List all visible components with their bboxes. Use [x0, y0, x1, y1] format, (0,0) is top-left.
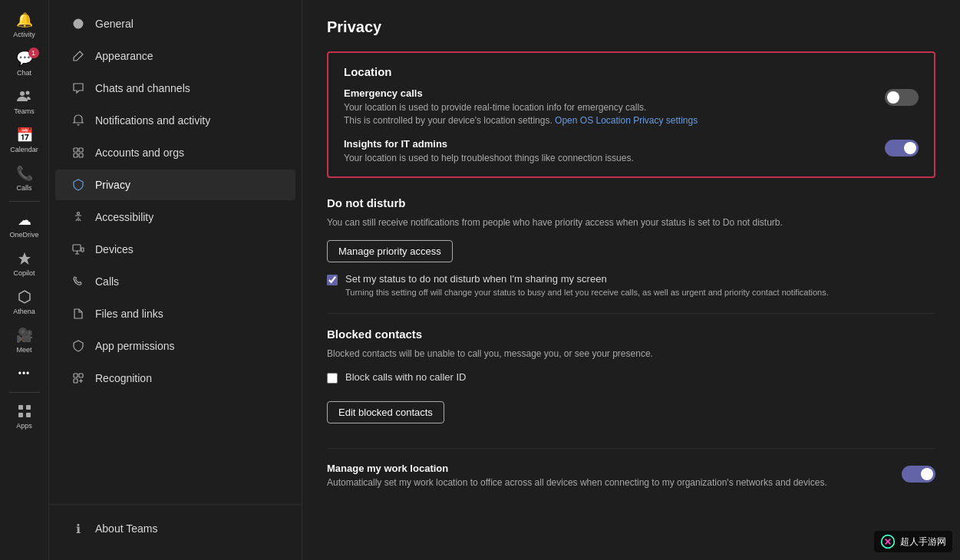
nav-calendar-label: Calendar: [10, 146, 38, 153]
accounts-icon: [71, 145, 86, 160]
emergency-calls-toggle[interactable]: [885, 89, 919, 106]
nav-teams[interactable]: Teams: [4, 83, 45, 120]
svg-rect-5: [18, 413, 23, 417]
emergency-calls-desc: Your location is used to provide real-ti…: [344, 101, 869, 127]
sidebar-item-appearance[interactable]: Appearance: [55, 41, 295, 71]
divider-2: [327, 448, 935, 449]
nav-chat-label: Chat: [17, 69, 31, 77]
blocked-contacts-desc: Blocked contacts will be unable to call …: [327, 347, 935, 361]
nav-apps[interactable]: Apps: [4, 397, 45, 434]
sidebar-item-privacy[interactable]: Privacy: [55, 170, 295, 200]
recognition-icon: [71, 371, 86, 386]
watermark: 超人手游网: [874, 531, 952, 552]
manage-priority-button[interactable]: Manage priority access: [327, 240, 453, 262]
nav-copilot-label: Copilot: [13, 269, 35, 277]
sidebar-files-label: Files and links: [95, 308, 163, 320]
main-content: Privacy Location Emergency calls Your lo…: [302, 0, 960, 560]
accessibility-icon: [71, 209, 86, 225]
dnd-desc: You can still receive notifications from…: [327, 216, 935, 229]
do-not-disturb-section: Do not disturb You can still receive not…: [327, 196, 935, 298]
svg-rect-4: [26, 405, 31, 410]
sidebar-accounts-label: Accounts and orgs: [95, 147, 184, 159]
sidebar-appearance-label: Appearance: [95, 50, 153, 62]
app-permissions-icon: [71, 338, 86, 354]
nav-athena[interactable]: Athena: [4, 283, 45, 320]
edit-blocked-button[interactable]: Edit blocked contacts: [327, 401, 444, 423]
meet-icon: 🎥: [15, 326, 34, 344]
location-section: Location Emergency calls Your location i…: [327, 51, 935, 178]
svg-rect-10: [79, 153, 83, 157]
sidebar-about-label: About Teams: [95, 522, 157, 535]
sidebar-item-accounts[interactable]: Accounts and orgs: [55, 137, 295, 168]
sidebar-item-calls[interactable]: Calls: [55, 266, 295, 297]
blocked-contacts-heading: Blocked contacts: [327, 328, 935, 341]
nav-onedrive-label: OneDrive: [9, 231, 38, 239]
about-icon: ℹ: [71, 521, 86, 536]
work-location-row: Manage my work location Automatically se…: [327, 463, 935, 489]
sidebar-item-files[interactable]: Files and links: [55, 298, 295, 329]
more-icon: •••: [15, 364, 34, 383]
nav-meet[interactable]: 🎥 Meet: [4, 321, 45, 358]
svg-rect-14: [74, 374, 78, 377]
work-location-heading: Manage my work location: [327, 463, 886, 474]
chat-badge: 1: [28, 48, 39, 58]
nav-calendar[interactable]: 📅 Calendar: [4, 121, 45, 158]
nav-onedrive[interactable]: ☁ OneDrive: [4, 206, 45, 243]
sidebar-item-notifications[interactable]: Notifications and activity: [55, 105, 295, 136]
nav-more[interactable]: •••: [4, 360, 45, 387]
sidebar-item-app-permissions[interactable]: App permissions: [55, 331, 295, 361]
sidebar-item-chats[interactable]: Chats and channels: [55, 73, 295, 104]
sidebar-chats-label: Chats and channels: [95, 82, 190, 94]
nav-meet-label: Meet: [16, 346, 31, 354]
nav-teams-label: Teams: [14, 107, 35, 115]
insights-it-row: Insights for IT admins Your location is …: [344, 138, 919, 165]
blocked-contacts-section: Blocked contacts Blocked contacts will b…: [327, 328, 935, 434]
notifications-icon: [71, 113, 86, 128]
nav-calls[interactable]: 📞 Calls: [4, 160, 45, 196]
nav-athena-label: Athena: [13, 308, 35, 315]
work-location-toggle[interactable]: [902, 466, 935, 483]
calls-settings-icon: [71, 274, 86, 289]
svg-rect-3: [18, 405, 23, 410]
svg-point-0: [20, 91, 25, 96]
sidebar-recognition-label: Recognition: [95, 372, 152, 384]
os-location-link[interactable]: Open OS Location Privacy settings: [555, 115, 698, 126]
nav-copilot[interactable]: Copilot: [4, 245, 45, 282]
svg-point-1: [25, 91, 29, 95]
svg-rect-9: [74, 153, 78, 157]
activity-icon: 🔔: [15, 11, 34, 29]
svg-rect-15: [79, 374, 83, 377]
sidebar-privacy-label: Privacy: [95, 179, 130, 191]
work-location-section: Manage my work location Automatically se…: [327, 463, 935, 489]
sidebar-devices-label: Devices: [95, 243, 134, 255]
sidebar-item-about[interactable]: ℹ About Teams: [55, 513, 295, 544]
sidebar-item-devices[interactable]: Devices: [55, 234, 295, 265]
sidebar-item-recognition[interactable]: Recognition: [55, 363, 295, 394]
block-no-caller-checkbox[interactable]: [327, 373, 338, 384]
insights-it-desc: Your location is used to help troublesho…: [344, 152, 869, 165]
dnd-screen-share-checkbox[interactable]: [327, 275, 338, 285]
svg-rect-6: [26, 413, 31, 417]
settings-sidebar: General Appearance Chats and channels No…: [49, 0, 302, 560]
appearance-icon: [71, 48, 86, 64]
icon-navigation: 🔔 Activity 💬 Chat 1 Teams 📅 Calendar 📞 C…: [0, 0, 49, 560]
sidebar-accessibility-label: Accessibility: [95, 211, 153, 223]
nav-calls-label: Calls: [16, 184, 31, 192]
divider-1: [327, 313, 935, 314]
work-location-text: Manage my work location Automatically se…: [327, 463, 886, 489]
insights-it-text: Insights for IT admins Your location is …: [344, 138, 869, 165]
nav-separator: [9, 201, 40, 202]
nav-activity-label: Activity: [13, 31, 35, 38]
svg-rect-13: [81, 248, 84, 252]
location-heading: Location: [344, 65, 919, 78]
nav-activity[interactable]: 🔔 Activity: [4, 6, 45, 43]
sidebar-item-accessibility[interactable]: Accessibility: [55, 202, 295, 232]
calls-icon: 📞: [15, 164, 34, 183]
dnd-checkbox-label: Set my status to do not disturb when I'm…: [345, 273, 829, 285]
block-no-caller-label: Block calls with no caller ID: [345, 371, 467, 383]
sidebar-item-general[interactable]: General: [55, 8, 295, 39]
sidebar-general-label: General: [95, 18, 134, 30]
nav-chat[interactable]: 💬 Chat 1: [4, 44, 45, 81]
athena-icon: [15, 288, 34, 306]
insights-it-toggle[interactable]: [885, 140, 919, 156]
